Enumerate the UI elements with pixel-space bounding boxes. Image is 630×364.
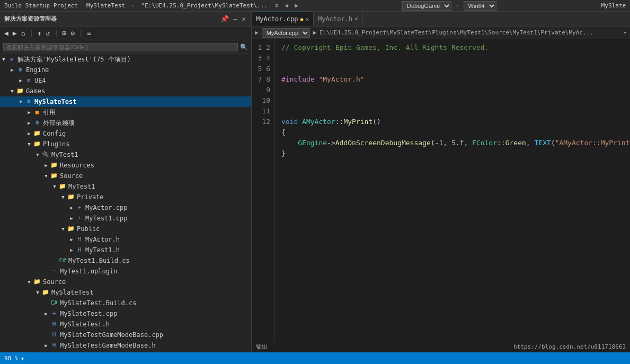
zoom-expand-btn[interactable]: ▾ xyxy=(21,354,25,362)
back-btn[interactable]: ◀ xyxy=(3,29,10,37)
tree-icon-source_main: 📁 xyxy=(33,278,41,286)
pin-button[interactable]: 📌 xyxy=(219,15,230,23)
tree-item-myslatetest_cpp[interactable]: ▶+MySlateTest.cpp xyxy=(0,308,251,319)
tree-icon-games: 📁 xyxy=(16,87,24,95)
tree-item-mytest1_h[interactable]: ▶HMyTest1.h xyxy=(0,245,251,255)
tab-myactor-cpp[interactable]: MyActor.cpp ● ✕ xyxy=(252,12,314,26)
tree-icon-myslatetest_cpp: + xyxy=(50,310,58,317)
tree-icon-solution: ◈ xyxy=(7,56,16,63)
tree-item-resources[interactable]: ▶📁Resources xyxy=(0,160,251,171)
path-nav-arrow[interactable]: ▶ xyxy=(255,29,259,36)
csdn-link[interactable]: https://blog.csdn.net/u011718663 xyxy=(513,343,626,350)
props-btn[interactable]: ⚙ xyxy=(69,29,76,37)
tree-item-plugins[interactable]: ▼📁Plugins xyxy=(0,139,251,149)
project-name-tab[interactable]: MySlateTest xyxy=(84,2,127,9)
tree-item-mytest1_build_cs[interactable]: C#MyTest1.Build.cs xyxy=(0,255,251,266)
nav-forward-icon[interactable]: ▶ xyxy=(294,2,299,9)
file-path-display[interactable]: "E:\UE4.25.0_Project\MySlateTest\... xyxy=(139,2,270,9)
solution-explorer-panel: 解决方案资源管理器 📌 — ✕ ◀ ▶ ⌂ | ↕ ↺ | ⊞ ⚙ | ≡ 🔍 xyxy=(0,12,252,352)
panel-controls: 📌 — ✕ xyxy=(219,15,247,23)
status-bar: 98 % ▾ xyxy=(0,352,630,364)
tree-label-myslatetest_cpp: MySlateTest.cpp xyxy=(60,310,117,317)
search-input[interactable] xyxy=(3,43,238,51)
tree-label-source_main: Source xyxy=(43,278,66,286)
path-expand-arrow[interactable]: ▾ xyxy=(623,29,627,36)
tree-icon-myslatetest_build: C# xyxy=(50,299,58,307)
tree-item-private[interactable]: ▼📁Private xyxy=(0,192,251,202)
tree-label-myslatetest_gm_cpp: MySlateTestGameModeBase.cpp xyxy=(60,331,163,339)
tree-item-mytest1sub[interactable]: ▼📁MyTest1 xyxy=(0,181,251,192)
refresh-btn[interactable]: ↺ xyxy=(45,29,51,37)
output-bar: 输出 https://blog.csdn.net/u011718663 xyxy=(252,341,630,352)
tree-label-myslatetest: MySlateTest xyxy=(34,98,76,105)
tree-icon-plugins: 📁 xyxy=(33,140,41,148)
tree-item-mytest1[interactable]: ▼🔌MyTest1 xyxy=(0,149,251,160)
panel-header: 解决方案资源管理器 📌 — ✕ xyxy=(0,12,251,26)
tree-arrow: ▼ xyxy=(0,57,7,62)
tree-item-myslatetest_sub[interactable]: ▼📁MySlateTest xyxy=(0,287,251,298)
tab-cpp-close[interactable]: ✕ xyxy=(306,16,309,23)
tree-item-myslatetest_target[interactable]: C#MySlateTest.Target.cs xyxy=(0,351,251,352)
tree-icon-myslatetest: ⚙ xyxy=(24,98,33,105)
platform-dropdown[interactable]: Win64 xyxy=(464,1,496,11)
tree-item-solution[interactable]: ▼◈解决方案'MySlateTest'(75 个项目) xyxy=(0,54,251,65)
search-icon[interactable]: 🔍 xyxy=(240,43,248,51)
file-dropdown[interactable]: MyActor.cpp xyxy=(262,28,310,38)
path-separator: ▸ xyxy=(131,2,135,9)
tree-arrow: ▶ xyxy=(25,131,33,136)
tree-item-source_main[interactable]: ▼📁Source xyxy=(0,277,251,287)
tree-icon-ue4: ⚙ xyxy=(24,77,33,84)
config-dropdown[interactable]: DebugGame xyxy=(402,1,451,11)
editor-panel: MyActor.cpp ● ✕ MyActor.h ✕ ▶ MyActor.cp… xyxy=(252,12,630,352)
tree-arrow: ▼ xyxy=(25,141,33,147)
home-btn[interactable]: ⌂ xyxy=(20,29,26,37)
tree-item-myslatetest_gm_cpp[interactable]: HMySlateTestGameModeBase.cpp xyxy=(0,330,251,340)
nav-back-icon[interactable]: ◀ xyxy=(284,2,290,9)
tree-arrow: ▼ xyxy=(51,184,58,189)
tree-item-myslatetest_build[interactable]: C#MySlateTest.Build.cs xyxy=(0,298,251,308)
sync-btn[interactable]: ↕ xyxy=(37,29,43,37)
tree-item-myactor_h[interactable]: ▶HMyActor.h xyxy=(0,234,251,245)
tab-myactor-h[interactable]: MyActor.h ✕ xyxy=(314,12,363,26)
tree-item-public[interactable]: ▼📁Public xyxy=(0,224,251,234)
code-editor-area[interactable]: 1 2 3 4 5 6 7 8 9 10 11 12 // Copyright … xyxy=(252,39,630,341)
path-right-arrow[interactable]: ▶ xyxy=(313,29,317,36)
tree-item-engine[interactable]: ▶⚙Engine xyxy=(0,65,251,75)
tree-item-myactor_cpp[interactable]: ▶+MyActor.cpp xyxy=(0,202,251,213)
tree-item-games[interactable]: ▼📁Games xyxy=(0,86,251,96)
tree-label-mytest1_build_cs: MyTest1.Build.cs xyxy=(68,257,130,264)
solution-tree[interactable]: ▼◈解决方案'MySlateTest'(75 个项目)▶⚙Engine▶⚙UE4… xyxy=(0,54,251,352)
tree-item-myslatetest[interactable]: ▼⚙MySlateTest xyxy=(0,96,251,107)
code-content[interactable]: // Copyright Epic Games, Inc. All Rights… xyxy=(275,39,630,341)
tree-item-extdeps[interactable]: ▶⚙外部依赖项 xyxy=(0,118,251,128)
close-panel-button[interactable]: ✕ xyxy=(241,15,247,23)
minimize-button[interactable]: — xyxy=(232,15,238,23)
filter-btn[interactable]: ≡ xyxy=(86,29,93,37)
panel-toolbar: ◀ ▶ ⌂ | ↕ ↺ | ⊞ ⚙ | ≡ xyxy=(0,26,251,40)
tree-item-mytest1_cpp[interactable]: ▶+MyTest1.cpp xyxy=(0,213,251,224)
tree-item-ue4[interactable]: ▶⚙UE4 xyxy=(0,75,251,86)
tree-item-mytest1_uplugin[interactable]: ·MyTest1.uplugin xyxy=(0,266,251,277)
tree-label-resources: Resources xyxy=(60,162,94,169)
tree-item-ref[interactable]: ▶■引用 xyxy=(0,107,251,118)
panel-title: 解决方案资源管理器 xyxy=(4,15,57,23)
tree-item-source[interactable]: ▼📁Source xyxy=(0,171,251,181)
tree-item-myslatetest_h[interactable]: HMySlateTest.h xyxy=(0,319,251,330)
tree-label-ue4: UE4 xyxy=(34,77,46,84)
tree-item-myslatetest_gm_h[interactable]: ▶HMySlateTestGameModeBase.h xyxy=(0,340,251,351)
tree-arrow: ▼ xyxy=(25,279,33,285)
editor-tab-bar: MyActor.cpp ● ✕ MyActor.h ✕ xyxy=(252,12,630,26)
expand-btn[interactable]: ⊞ xyxy=(61,29,68,37)
tree-icon-engine: ⚙ xyxy=(16,66,24,74)
forward-btn[interactable]: ▶ xyxy=(12,29,18,37)
file-full-path: E:\UE4.25.0_Project\MySlateTest\Plugins\… xyxy=(320,29,620,36)
tree-icon-myslatetest_h: H xyxy=(50,321,58,328)
tab-h-close[interactable]: ✕ xyxy=(354,15,358,22)
tree-arrow: ▼ xyxy=(59,194,67,200)
settings-icon[interactable]: ⚙ xyxy=(274,2,280,9)
build-startup-project[interactable]: Build Startup Project xyxy=(2,2,80,9)
tree-label-myactor_h: MyActor.h xyxy=(85,236,120,243)
main-layout: 解决方案资源管理器 📌 — ✕ ◀ ▶ ⌂ | ↕ ↺ | ⊞ ⚙ | ≡ 🔍 xyxy=(0,12,630,352)
tree-item-config[interactable]: ▶📁Config xyxy=(0,128,251,139)
tree-arrow: ▼ xyxy=(42,173,50,179)
